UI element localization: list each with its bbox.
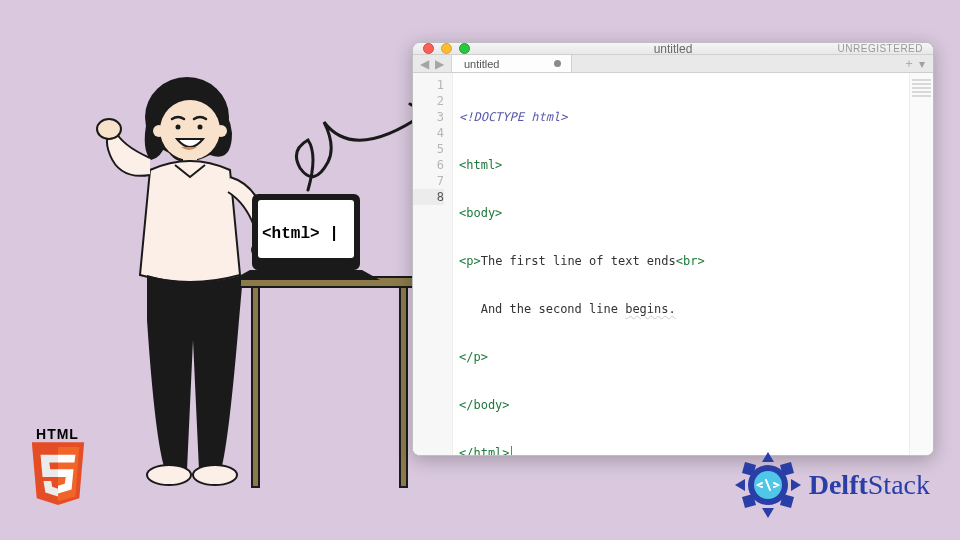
line-number-gutter: 1 2 3 4 5 6 7 8 [413, 73, 453, 456]
line-number: 3 [413, 109, 444, 125]
html5-badge: HTML [20, 426, 95, 512]
tab-bar: ◀ ▶ untitled ＋ ▾ [413, 55, 933, 73]
tab-back-icon[interactable]: ◀ [417, 57, 432, 71]
tab-history-nav: ◀ ▶ [413, 55, 452, 72]
code-token: <br> [676, 254, 705, 268]
tab-menu-icon[interactable]: ▾ [919, 57, 925, 71]
line-number: 8 [413, 189, 444, 205]
delftstack-logo: DelftStack [733, 450, 930, 520]
code-token: </html> [459, 446, 510, 456]
svg-point-1 [160, 100, 220, 160]
code-token: begins. [625, 302, 676, 316]
svg-point-5 [198, 125, 203, 130]
code-token: <body> [459, 206, 502, 220]
laptop-screen-text: <html> | [262, 225, 339, 243]
window-controls [423, 43, 470, 54]
code-token: <p> [459, 254, 481, 268]
tab-actions: ＋ ▾ [903, 55, 933, 72]
delftstack-wordmark: DelftStack [809, 469, 930, 501]
code-token: <!DOCTYPE html> [459, 110, 567, 124]
code-token: </p> [459, 350, 488, 364]
editor-window: untitled UNREGISTERED ◀ ▶ untitled ＋ ▾ 1… [412, 42, 934, 456]
svg-point-9 [147, 465, 191, 485]
line-number: 4 [413, 125, 444, 141]
html5-shield-icon [27, 442, 89, 512]
code-token: </body> [459, 398, 510, 412]
line-number: 6 [413, 157, 444, 173]
code-token: <html> [459, 158, 502, 172]
html5-label: HTML [20, 426, 95, 442]
titlebar: untitled UNREGISTERED [413, 43, 933, 55]
dirty-indicator-icon [554, 60, 561, 67]
tab-label: untitled [464, 58, 499, 70]
file-tab[interactable]: untitled [452, 55, 572, 72]
code-token: The first line of text ends [481, 254, 676, 268]
code-area[interactable]: 1 2 3 4 5 6 7 8 <!DOCTYPE html> <html> <… [413, 73, 933, 456]
unregistered-label: UNREGISTERED [838, 43, 923, 54]
svg-point-4 [176, 125, 181, 130]
line-number: 2 [413, 93, 444, 109]
line-number: 1 [413, 77, 444, 93]
svg-point-3 [215, 125, 227, 137]
svg-point-7 [97, 119, 121, 139]
tab-forward-icon[interactable]: ▶ [432, 57, 447, 71]
close-icon[interactable] [423, 43, 434, 54]
line-number: 5 [413, 141, 444, 157]
code-token: And the second line [459, 302, 625, 316]
svg-rect-12 [252, 287, 259, 487]
svg-point-10 [193, 465, 237, 485]
text-cursor [511, 446, 513, 456]
code-content[interactable]: <!DOCTYPE html> <html> <body> <p>The fir… [453, 73, 909, 456]
maximize-icon[interactable] [459, 43, 470, 54]
minimap[interactable] [909, 73, 933, 456]
svg-point-2 [153, 125, 165, 137]
delftstack-badge-icon [733, 450, 803, 520]
svg-rect-13 [400, 287, 407, 487]
minimize-icon[interactable] [441, 43, 452, 54]
new-tab-icon[interactable]: ＋ [903, 55, 915, 72]
line-number: 7 [413, 173, 444, 189]
